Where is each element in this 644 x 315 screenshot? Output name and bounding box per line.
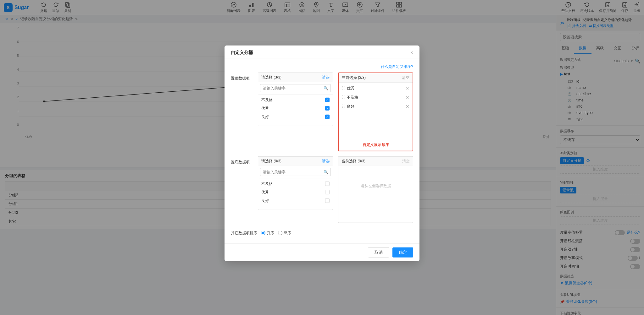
- sort-asc-radio[interactable]: 升序: [261, 230, 274, 236]
- top-left-header: 请选择 (3/3) 请选: [258, 73, 333, 82]
- bottom-left-search-input[interactable]: [260, 168, 331, 176]
- remove-bujiuge-icon[interactable]: ✕: [406, 95, 409, 100]
- selected-item-bujiuge[interactable]: ⠿ 不及格 ✕: [339, 93, 413, 102]
- top-data-row: 置顶数据项 请选择 (3/3) 请选 🔍 不及格 ✓: [231, 72, 413, 151]
- dialog-title: 自定义分桶: [231, 50, 253, 55]
- top-right-header: 当前选择 (3/3) 清空: [339, 73, 413, 82]
- drag-icon: ⠿: [342, 104, 345, 109]
- checkbox-lianghao-bottom[interactable]: [325, 198, 330, 203]
- bottom-right-box: 当前选择 (0/3) 清空 请从左侧选择数据: [338, 156, 413, 223]
- top-left-search-input[interactable]: [260, 84, 331, 92]
- top-left-select-all[interactable]: 请选: [322, 74, 330, 80]
- other-sort-label: 其它数据项排序: [231, 230, 257, 236]
- what-is-custom-sort-link[interactable]: 什么是自定义排序?: [231, 64, 413, 69]
- search-icon: 🔍: [324, 170, 328, 174]
- selected-item-youxiu[interactable]: ⠿ 优秀 ✕: [339, 84, 413, 93]
- checkbox-youxiu-bottom[interactable]: [325, 190, 330, 194]
- bottom-left-select-box: 请选择 (0/3) 请选 🔍 不及格 优秀: [258, 156, 333, 223]
- dialog-close-button[interactable]: ×: [410, 50, 413, 55]
- confirm-button[interactable]: 确定: [392, 247, 413, 257]
- list-item[interactable]: 良好: [258, 196, 333, 205]
- sort-asc-input[interactable]: [261, 231, 265, 235]
- list-item[interactable]: 不及格: [258, 179, 333, 188]
- dialog-header: 自定义分桶 ×: [225, 45, 419, 59]
- bottom-data-label: 置底数据项: [231, 156, 253, 223]
- top-left-box: 请选择 (3/3) 请选 🔍 不及格 ✓ 优秀: [258, 72, 333, 126]
- bottom-left-select-all[interactable]: 请选: [322, 158, 330, 164]
- dialog-body: 什么是自定义排序? 置顶数据项 请选择 (3/3) 请选 🔍: [225, 59, 419, 243]
- bottom-left-list: 不及格 优秀 良好: [258, 178, 333, 209]
- remove-youxiu-icon[interactable]: ✕: [406, 86, 409, 91]
- top-right-box: 当前选择 (3/3) 清空 ⠿ 优秀 ✕: [338, 72, 413, 151]
- search-icon: 🔍: [324, 86, 328, 90]
- other-sort-row: 其它数据项排序 升序 降序: [231, 228, 413, 238]
- checkbox-bujiuge-top[interactable]: ✓: [325, 98, 330, 102]
- top-right-clear-button[interactable]: 清空: [402, 75, 409, 80]
- cancel-button[interactable]: 取消: [368, 247, 389, 257]
- list-item[interactable]: 优秀: [258, 188, 333, 196]
- bottom-left-box: 请选择 (0/3) 请选 🔍 不及格 优秀: [258, 156, 333, 210]
- list-item[interactable]: 不及格 ✓: [258, 95, 333, 104]
- top-left-count: 请选择 (3/3): [261, 74, 281, 80]
- bottom-right-header: 当前选择 (0/3) 清空: [338, 156, 413, 166]
- top-right-body: ⠿ 优秀 ✕ ⠿ 不及格 ✕: [339, 82, 413, 139]
- top-data-label: 置顶数据项: [231, 72, 253, 151]
- bottom-right-clear[interactable]: 清空: [402, 158, 410, 164]
- bottom-left-count: 请选择 (0/3): [261, 158, 281, 164]
- sort-desc-input[interactable]: [278, 231, 282, 235]
- checkbox-bujiuge-bottom[interactable]: [325, 182, 330, 186]
- bottom-right-count: 当前选择 (0/3): [341, 158, 365, 164]
- custom-order-label: 自定义展示顺序: [339, 139, 413, 150]
- checkbox-lianghao-top[interactable]: ✓: [325, 115, 330, 119]
- top-right-count: 当前选择 (3/3): [342, 75, 366, 80]
- bottom-right-select-box: 当前选择 (0/3) 清空 请从左侧选择数据: [338, 156, 413, 223]
- top-left-list: 不及格 ✓ 优秀 ✓ 良好 ✓: [258, 94, 333, 126]
- bottom-data-row: 置底数据项 请选择 (0/3) 请选 🔍 不及格: [231, 156, 413, 223]
- dialog-footer: 取消 确定: [225, 243, 419, 261]
- bottom-left-search: 🔍: [258, 166, 333, 178]
- drag-icon: ⠿: [342, 86, 345, 91]
- empty-hint: 请从左侧选择数据: [338, 167, 413, 205]
- top-left-search: 🔍: [258, 82, 333, 94]
- custom-bin-dialog: 自定义分桶 × 什么是自定义排序? 置顶数据项 请选择 (3/3) 请选 🔍: [225, 45, 419, 261]
- bottom-right-body: 请从左侧选择数据: [338, 166, 413, 222]
- checkbox-youxiu-top[interactable]: ✓: [325, 106, 330, 111]
- list-item[interactable]: 良好 ✓: [258, 112, 333, 121]
- sort-desc-radio[interactable]: 降序: [278, 230, 291, 236]
- bottom-left-header: 请选择 (0/3) 请选: [258, 156, 333, 166]
- selected-item-lianghao[interactable]: ⠿ 良好 ✕: [339, 102, 413, 111]
- drag-icon: ⠿: [342, 95, 345, 100]
- top-right-select-box: 当前选择 (3/3) 清空 ⠿ 优秀 ✕: [338, 72, 413, 151]
- list-item[interactable]: 优秀 ✓: [258, 104, 333, 112]
- top-left-select-box: 请选择 (3/3) 请选 🔍 不及格 ✓ 优秀: [258, 72, 333, 151]
- remove-lianghao-icon[interactable]: ✕: [406, 104, 409, 109]
